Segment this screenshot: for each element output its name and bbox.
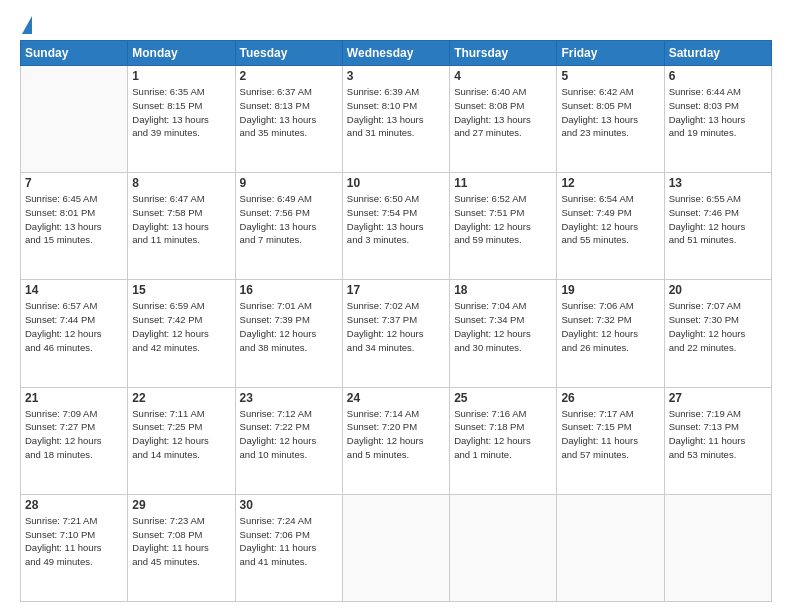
table-row: 15Sunrise: 6:59 AM Sunset: 7:42 PM Dayli… [128, 280, 235, 387]
day-info: Sunrise: 6:52 AM Sunset: 7:51 PM Dayligh… [454, 192, 552, 247]
day-info: Sunrise: 6:44 AM Sunset: 8:03 PM Dayligh… [669, 85, 767, 140]
day-number: 15 [132, 283, 230, 297]
table-row: 26Sunrise: 7:17 AM Sunset: 7:15 PM Dayli… [557, 387, 664, 494]
table-row: 5Sunrise: 6:42 AM Sunset: 8:05 PM Daylig… [557, 66, 664, 173]
calendar-body: 1Sunrise: 6:35 AM Sunset: 8:15 PM Daylig… [21, 66, 772, 602]
day-number: 2 [240, 69, 338, 83]
table-row: 18Sunrise: 7:04 AM Sunset: 7:34 PM Dayli… [450, 280, 557, 387]
day-info: Sunrise: 7:06 AM Sunset: 7:32 PM Dayligh… [561, 299, 659, 354]
col-thursday: Thursday [450, 41, 557, 66]
header-row: Sunday Monday Tuesday Wednesday Thursday… [21, 41, 772, 66]
table-row: 6Sunrise: 6:44 AM Sunset: 8:03 PM Daylig… [664, 66, 771, 173]
col-tuesday: Tuesday [235, 41, 342, 66]
table-row: 11Sunrise: 6:52 AM Sunset: 7:51 PM Dayli… [450, 173, 557, 280]
calendar-table: Sunday Monday Tuesday Wednesday Thursday… [20, 40, 772, 602]
day-number: 4 [454, 69, 552, 83]
day-info: Sunrise: 7:11 AM Sunset: 7:25 PM Dayligh… [132, 407, 230, 462]
day-number: 18 [454, 283, 552, 297]
day-number: 8 [132, 176, 230, 190]
logo [20, 18, 32, 34]
day-info: Sunrise: 6:55 AM Sunset: 7:46 PM Dayligh… [669, 192, 767, 247]
table-row: 10Sunrise: 6:50 AM Sunset: 7:54 PM Dayli… [342, 173, 449, 280]
day-info: Sunrise: 7:24 AM Sunset: 7:06 PM Dayligh… [240, 514, 338, 569]
logo-triangle-icon [22, 16, 32, 34]
day-number: 1 [132, 69, 230, 83]
col-wednesday: Wednesday [342, 41, 449, 66]
day-number: 25 [454, 391, 552, 405]
table-row: 7Sunrise: 6:45 AM Sunset: 8:01 PM Daylig… [21, 173, 128, 280]
day-info: Sunrise: 6:39 AM Sunset: 8:10 PM Dayligh… [347, 85, 445, 140]
day-number: 11 [454, 176, 552, 190]
day-number: 12 [561, 176, 659, 190]
day-number: 17 [347, 283, 445, 297]
day-info: Sunrise: 6:40 AM Sunset: 8:08 PM Dayligh… [454, 85, 552, 140]
table-row [21, 66, 128, 173]
day-info: Sunrise: 6:57 AM Sunset: 7:44 PM Dayligh… [25, 299, 123, 354]
table-row [450, 494, 557, 601]
day-info: Sunrise: 6:37 AM Sunset: 8:13 PM Dayligh… [240, 85, 338, 140]
day-number: 27 [669, 391, 767, 405]
day-info: Sunrise: 7:16 AM Sunset: 7:18 PM Dayligh… [454, 407, 552, 462]
day-info: Sunrise: 7:09 AM Sunset: 7:27 PM Dayligh… [25, 407, 123, 462]
day-info: Sunrise: 6:54 AM Sunset: 7:49 PM Dayligh… [561, 192, 659, 247]
table-row: 30Sunrise: 7:24 AM Sunset: 7:06 PM Dayli… [235, 494, 342, 601]
day-info: Sunrise: 7:19 AM Sunset: 7:13 PM Dayligh… [669, 407, 767, 462]
day-info: Sunrise: 6:49 AM Sunset: 7:56 PM Dayligh… [240, 192, 338, 247]
table-row: 28Sunrise: 7:21 AM Sunset: 7:10 PM Dayli… [21, 494, 128, 601]
table-row: 3Sunrise: 6:39 AM Sunset: 8:10 PM Daylig… [342, 66, 449, 173]
table-row [664, 494, 771, 601]
day-info: Sunrise: 7:02 AM Sunset: 7:37 PM Dayligh… [347, 299, 445, 354]
table-row: 24Sunrise: 7:14 AM Sunset: 7:20 PM Dayli… [342, 387, 449, 494]
day-info: Sunrise: 7:17 AM Sunset: 7:15 PM Dayligh… [561, 407, 659, 462]
day-number: 19 [561, 283, 659, 297]
day-number: 26 [561, 391, 659, 405]
table-row: 1Sunrise: 6:35 AM Sunset: 8:15 PM Daylig… [128, 66, 235, 173]
table-row: 19Sunrise: 7:06 AM Sunset: 7:32 PM Dayli… [557, 280, 664, 387]
day-info: Sunrise: 6:47 AM Sunset: 7:58 PM Dayligh… [132, 192, 230, 247]
table-row: 22Sunrise: 7:11 AM Sunset: 7:25 PM Dayli… [128, 387, 235, 494]
day-number: 9 [240, 176, 338, 190]
day-number: 30 [240, 498, 338, 512]
day-info: Sunrise: 7:12 AM Sunset: 7:22 PM Dayligh… [240, 407, 338, 462]
day-number: 16 [240, 283, 338, 297]
day-number: 3 [347, 69, 445, 83]
table-row: 9Sunrise: 6:49 AM Sunset: 7:56 PM Daylig… [235, 173, 342, 280]
day-number: 21 [25, 391, 123, 405]
header [20, 18, 772, 34]
table-row: 23Sunrise: 7:12 AM Sunset: 7:22 PM Dayli… [235, 387, 342, 494]
table-row: 21Sunrise: 7:09 AM Sunset: 7:27 PM Dayli… [21, 387, 128, 494]
day-number: 7 [25, 176, 123, 190]
table-row: 29Sunrise: 7:23 AM Sunset: 7:08 PM Dayli… [128, 494, 235, 601]
calendar-header: Sunday Monday Tuesday Wednesday Thursday… [21, 41, 772, 66]
day-info: Sunrise: 7:14 AM Sunset: 7:20 PM Dayligh… [347, 407, 445, 462]
table-row: 4Sunrise: 6:40 AM Sunset: 8:08 PM Daylig… [450, 66, 557, 173]
day-number: 6 [669, 69, 767, 83]
table-row: 17Sunrise: 7:02 AM Sunset: 7:37 PM Dayli… [342, 280, 449, 387]
day-number: 24 [347, 391, 445, 405]
table-row: 16Sunrise: 7:01 AM Sunset: 7:39 PM Dayli… [235, 280, 342, 387]
day-number: 22 [132, 391, 230, 405]
day-number: 10 [347, 176, 445, 190]
day-info: Sunrise: 7:07 AM Sunset: 7:30 PM Dayligh… [669, 299, 767, 354]
day-number: 13 [669, 176, 767, 190]
day-info: Sunrise: 6:59 AM Sunset: 7:42 PM Dayligh… [132, 299, 230, 354]
day-info: Sunrise: 6:50 AM Sunset: 7:54 PM Dayligh… [347, 192, 445, 247]
day-info: Sunrise: 7:04 AM Sunset: 7:34 PM Dayligh… [454, 299, 552, 354]
col-friday: Friday [557, 41, 664, 66]
page: Sunday Monday Tuesday Wednesday Thursday… [0, 0, 792, 612]
col-saturday: Saturday [664, 41, 771, 66]
table-row: 20Sunrise: 7:07 AM Sunset: 7:30 PM Dayli… [664, 280, 771, 387]
col-sunday: Sunday [21, 41, 128, 66]
table-row [342, 494, 449, 601]
col-monday: Monday [128, 41, 235, 66]
day-info: Sunrise: 7:23 AM Sunset: 7:08 PM Dayligh… [132, 514, 230, 569]
table-row: 14Sunrise: 6:57 AM Sunset: 7:44 PM Dayli… [21, 280, 128, 387]
table-row: 2Sunrise: 6:37 AM Sunset: 8:13 PM Daylig… [235, 66, 342, 173]
day-info: Sunrise: 6:42 AM Sunset: 8:05 PM Dayligh… [561, 85, 659, 140]
day-info: Sunrise: 7:21 AM Sunset: 7:10 PM Dayligh… [25, 514, 123, 569]
day-info: Sunrise: 6:45 AM Sunset: 8:01 PM Dayligh… [25, 192, 123, 247]
table-row: 25Sunrise: 7:16 AM Sunset: 7:18 PM Dayli… [450, 387, 557, 494]
table-row: 12Sunrise: 6:54 AM Sunset: 7:49 PM Dayli… [557, 173, 664, 280]
day-number: 29 [132, 498, 230, 512]
day-number: 23 [240, 391, 338, 405]
